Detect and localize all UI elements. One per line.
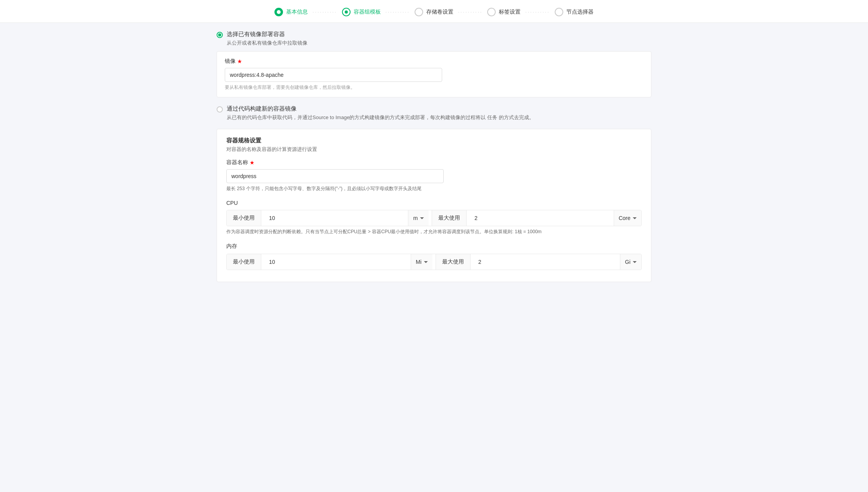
- stepper: 基本信息 ·········· 容器组模板 ·········· 存储卷设置 ·…: [0, 0, 868, 23]
- image-input[interactable]: [225, 68, 442, 82]
- mem-min-label: 最小使用: [227, 254, 261, 270]
- deploy-from-code-desc: 从已有的代码仓库中获取代码，并通过Source to Image的方式构建镜像的…: [227, 114, 534, 121]
- cpu-row: 最小使用 m 最大使用 Core: [226, 210, 642, 226]
- deploy-from-code-title: 通过代码构建新的容器镜像: [227, 105, 534, 113]
- step-basic-circle: [274, 8, 283, 16]
- mem-max-input[interactable]: [474, 254, 617, 270]
- cpu-min-input[interactable]: [264, 210, 405, 226]
- step-tags[interactable]: 标签设置: [487, 8, 521, 16]
- step-storage-label: 存储卷设置: [426, 9, 453, 16]
- deploy-from-image-option[interactable]: 选择已有镜像部署容器 从公开或者私有镜像仓库中拉取镜像: [217, 31, 651, 47]
- cpu-max-unit-select[interactable]: Core: [614, 210, 641, 226]
- mem-row: 最小使用 Mi 最大使用 Gi: [226, 254, 642, 270]
- cpu-hint: 作为容器调度时资源分配的判断依赖。只有当节点上可分配CPU总量 > 容器CPU最…: [226, 229, 642, 235]
- deploy-from-code-radio[interactable]: [217, 106, 223, 113]
- step-node[interactable]: 节点选择器: [555, 8, 594, 16]
- step-divider-4: ··········: [525, 9, 550, 15]
- cpu-max-unit-chevron: [633, 217, 637, 219]
- container-spec-title: 容器规格设置: [226, 137, 642, 144]
- container-name-hint: 最长 253 个字符，只能包含小写字母、数字及分隔符("-")，且必须以小写字母…: [226, 185, 642, 192]
- mem-min-unit-value: Mi: [416, 259, 422, 265]
- mem-max-label: 最大使用: [436, 254, 470, 270]
- step-container-circle: [342, 8, 351, 16]
- deploy-from-code-text: 通过代码构建新的容器镜像 从已有的代码仓库中获取代码，并通过Source to …: [227, 105, 534, 121]
- cpu-max-input[interactable]: [470, 210, 610, 226]
- deploy-from-code-option[interactable]: 通过代码构建新的容器镜像 从已有的代码仓库中获取代码，并通过Source to …: [217, 105, 651, 121]
- cpu-max-label: 最大使用: [432, 210, 467, 226]
- container-name-required: ★: [250, 159, 255, 166]
- mem-row-wrapper: 最小使用 Mi 最大使用 Gi: [226, 254, 642, 270]
- mem-max-unit-select[interactable]: Gi: [620, 254, 641, 270]
- container-spec-desc: 对容器的名称及容器的计算资源进行设置: [226, 146, 642, 153]
- container-name-input[interactable]: [226, 169, 444, 183]
- cpu-row-wrapper: 最小使用 m 最大使用 Core 作为容器调度时资源分配的判断依赖。只有当节点上…: [226, 210, 642, 235]
- main-content: 选择已有镜像部署容器 从公开或者私有镜像仓库中拉取镜像 镜像 ★ 要从私有镜像仓…: [201, 23, 667, 296]
- cpu-min-unit-value: m: [413, 215, 418, 221]
- image-hint: 要从私有镜像仓库部署，需要先创建镜像仓库，然后拉取镜像。: [225, 84, 643, 91]
- mem-max-unit-value: Gi: [625, 259, 630, 265]
- mem-min-unit-select[interactable]: Mi: [411, 254, 432, 270]
- step-divider-1: ··········: [312, 9, 337, 15]
- cpu-min-unit-select[interactable]: m: [408, 210, 429, 226]
- deploy-from-image-desc: 从公开或者私有镜像仓库中拉取镜像: [227, 40, 307, 47]
- container-name-label: 容器名称 ★: [226, 159, 642, 166]
- cpu-label: CPU: [226, 200, 642, 206]
- image-label: 镜像 ★: [225, 58, 643, 65]
- cpu-max-unit-value: Core: [619, 215, 630, 221]
- step-node-label: 节点选择器: [566, 9, 594, 16]
- mem-max-unit-chevron: [633, 261, 637, 263]
- deploy-from-image-text: 选择已有镜像部署容器 从公开或者私有镜像仓库中拉取镜像: [227, 31, 307, 47]
- step-container-label: 容器组模板: [354, 9, 381, 16]
- image-subcard: 镜像 ★ 要从私有镜像仓库部署，需要先创建镜像仓库，然后拉取镜像。: [217, 51, 651, 97]
- mem-section: 内存 最小使用 Mi 最大使用 Gi: [226, 243, 642, 270]
- cpu-section: CPU 最小使用 m 最大使用 Core 作为容器调度时资源分: [226, 200, 642, 235]
- step-tags-circle: [487, 8, 496, 16]
- mem-label: 内存: [226, 243, 642, 250]
- image-required-star: ★: [237, 58, 242, 64]
- cpu-min-unit-chevron: [420, 217, 424, 219]
- step-basic[interactable]: 基本信息: [274, 8, 308, 16]
- step-basic-label: 基本信息: [286, 9, 308, 16]
- deploy-from-image-radio[interactable]: [217, 32, 223, 38]
- step-node-circle: [555, 8, 563, 16]
- cpu-min-label: 最小使用: [227, 210, 261, 226]
- step-divider-3: ··········: [458, 9, 483, 15]
- step-storage[interactable]: 存储卷设置: [415, 8, 453, 16]
- container-spec-card: 容器规格设置 对容器的名称及容器的计算资源进行设置 容器名称 ★ 最长 253 …: [217, 129, 651, 282]
- deploy-from-image-title: 选择已有镜像部署容器: [227, 31, 307, 38]
- step-tags-label: 标签设置: [499, 9, 521, 16]
- mem-min-input[interactable]: [264, 254, 408, 270]
- step-container[interactable]: 容器组模板: [342, 8, 381, 16]
- step-storage-circle: [415, 8, 423, 16]
- step-divider-2: ··········: [385, 9, 410, 15]
- mem-min-unit-chevron: [424, 261, 428, 263]
